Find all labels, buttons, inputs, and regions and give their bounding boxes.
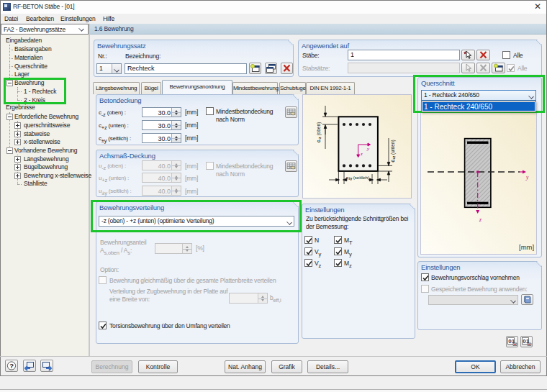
- svg-text:c±y (seitlich): c±y (seitlich): [346, 176, 369, 181]
- svg-text:?: ?: [9, 362, 14, 370]
- svg-text:c-z (oben): c-z (oben): [316, 122, 322, 142]
- svg-text:[mm]: [mm]: [519, 243, 534, 251]
- svg-text:z: z: [360, 151, 363, 157]
- svg-text:z: z: [479, 216, 482, 223]
- svg-text:y: y: [525, 174, 529, 181]
- svg-text:c+z (unten): c+z (unten): [390, 140, 396, 162]
